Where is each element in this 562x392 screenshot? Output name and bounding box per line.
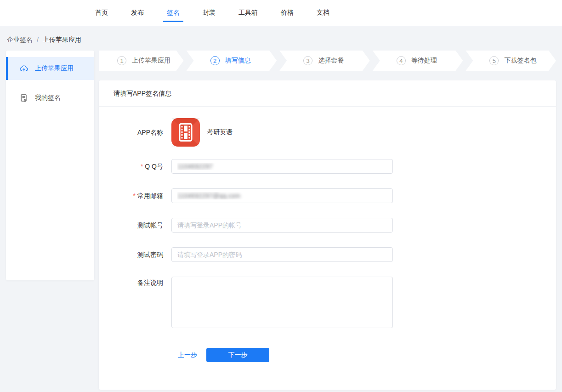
- step-number: 4: [397, 56, 406, 65]
- step-label: 选择套餐: [318, 57, 344, 65]
- app-name-row: APP名称: [99, 118, 556, 147]
- sidebar-item-label: 上传苹果应用: [35, 64, 74, 73]
- qq-number-input[interactable]: [171, 159, 393, 174]
- step-number: 5: [489, 56, 499, 65]
- prev-step-link[interactable]: 上一步: [178, 351, 197, 359]
- qq-number-label: *Q Q号: [99, 159, 163, 174]
- step-label: 等待处理: [411, 57, 437, 65]
- nav-item-toolbox[interactable]: 工具箱: [238, 0, 258, 26]
- test-password-row: 测试密码: [99, 247, 556, 262]
- main-content: 1 上传苹果应用 2 填写信息 3 选择套餐 4 等待处理 5 下载签名包 请填…: [99, 51, 556, 390]
- breadcrumb: 企业签名 / 上传苹果应用: [7, 36, 562, 44]
- cloud-upload-icon: [19, 64, 28, 73]
- remark-row: 备注说明: [99, 277, 556, 328]
- qq-number-row: *Q Q号: [99, 159, 556, 174]
- step-2-fill-info: 2 填写信息: [187, 51, 277, 71]
- step-wizard: 1 上传苹果应用 2 填写信息 3 选择套餐 4 等待处理 5 下载签名包: [99, 51, 556, 71]
- test-password-label: 测试密码: [99, 247, 163, 262]
- email-label: *常用邮箱: [99, 188, 163, 203]
- nav-item-package[interactable]: 封装: [203, 0, 216, 26]
- test-account-label: 测试帐号: [99, 218, 163, 233]
- required-asterisk: *: [133, 192, 136, 199]
- sidebar-item-my-signatures[interactable]: 我的签名: [6, 86, 94, 109]
- email-row: *常用邮箱: [99, 188, 556, 203]
- step-label: 下载签名包: [504, 57, 536, 65]
- test-password-input[interactable]: [171, 247, 393, 262]
- step-4-wait-processing: 4 等待处理: [373, 51, 463, 71]
- step-label: 上传苹果应用: [132, 57, 170, 65]
- breadcrumb-parent[interactable]: 企业签名: [7, 36, 33, 44]
- my-signature-icon: [19, 93, 28, 102]
- sidebar-item-label: 我的签名: [35, 94, 61, 102]
- step-label: 填写信息: [225, 57, 251, 65]
- step-3-choose-plan: 3 选择套餐: [279, 51, 370, 71]
- signature-info-card: 请填写APP签名信息 APP名称: [99, 80, 556, 390]
- form-buttons: 上一步 下一步: [99, 348, 556, 362]
- remark-textarea[interactable]: [171, 277, 393, 328]
- step-5-download-package: 5 下载签名包: [465, 51, 556, 71]
- app-name-value: 考研英语: [207, 128, 233, 136]
- step-number: 2: [210, 56, 220, 65]
- film-app-icon: [171, 118, 200, 147]
- nav-item-home[interactable]: 首页: [95, 0, 108, 26]
- next-step-button[interactable]: 下一步: [206, 348, 269, 362]
- breadcrumb-current: 上传苹果应用: [43, 36, 81, 44]
- remark-label: 备注说明: [99, 277, 163, 287]
- step-number: 1: [117, 56, 126, 65]
- step-number: 3: [303, 56, 312, 65]
- nav-item-publish[interactable]: 发布: [131, 0, 144, 26]
- test-account-row: 测试帐号: [99, 218, 556, 233]
- required-asterisk: *: [141, 163, 143, 170]
- sidebar: 上传苹果应用 我的签名: [6, 51, 94, 280]
- nav-item-signature[interactable]: 签名: [167, 0, 180, 26]
- email-input[interactable]: [171, 188, 393, 203]
- signature-form: APP名称: [99, 107, 556, 362]
- breadcrumb-separator: /: [37, 36, 39, 44]
- sidebar-item-upload-ios-app[interactable]: 上传苹果应用: [6, 57, 94, 80]
- test-account-input[interactable]: [171, 218, 393, 233]
- nav-item-docs[interactable]: 文档: [317, 0, 329, 26]
- app-name-label: APP名称: [99, 125, 163, 140]
- top-navigation: 首页 发布 签名 封装 工具箱 价格 文档: [0, 0, 562, 26]
- step-1-upload-app: 1 上传苹果应用: [99, 51, 184, 71]
- nav-item-price[interactable]: 价格: [281, 0, 294, 26]
- card-title: 请填写APP签名信息: [99, 80, 556, 107]
- page-layout: 上传苹果应用 我的签名 1 上传苹果应用 2 填写信息: [0, 51, 562, 390]
